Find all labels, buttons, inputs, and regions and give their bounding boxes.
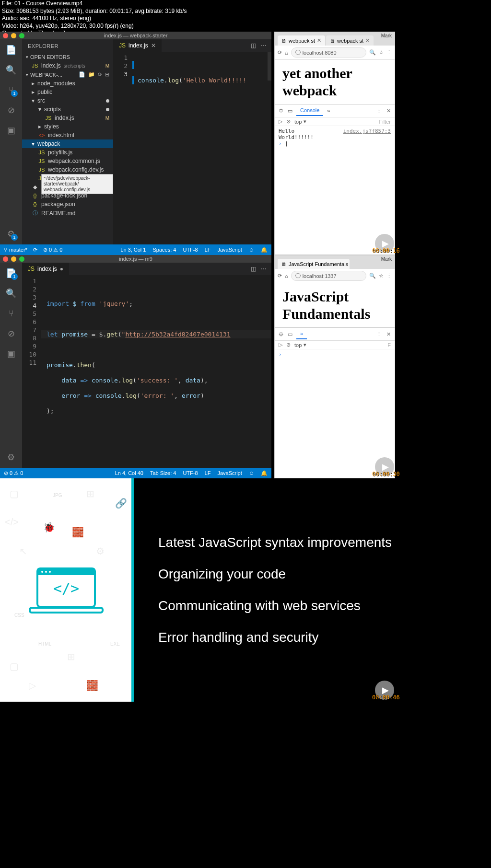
inspect-icon[interactable]: ⯐ xyxy=(279,108,284,114)
console-tab[interactable]: Console xyxy=(296,105,323,116)
file-index-html[interactable]: <>index.html xyxy=(22,131,113,139)
split-icon[interactable]: ◫ xyxy=(251,42,256,49)
file-readme[interactable]: ⓘREADME.md xyxy=(22,208,113,218)
traffic-lights[interactable] xyxy=(3,256,24,262)
workspace-section[interactable]: ▾WEBPACK-... 📄 📁 ⟳ ⊟ xyxy=(22,70,113,79)
more-icon[interactable]: ⋯ xyxy=(261,42,267,49)
search-icon[interactable]: 🔍 xyxy=(5,288,17,299)
extensions-icon[interactable]: ▣ xyxy=(5,125,17,136)
home-icon[interactable]: ⌂ xyxy=(285,50,288,56)
problems-status[interactable]: ⊘ 0 ⚠ 0 xyxy=(43,247,62,253)
more-icon[interactable]: ⋯ xyxy=(261,266,267,272)
new-file-icon[interactable]: 📄 xyxy=(79,71,85,78)
encoding-status[interactable]: UTF-8 xyxy=(183,470,198,476)
folder-public[interactable]: ▸public xyxy=(22,88,113,96)
traffic-lights[interactable] xyxy=(3,33,24,38)
bookmark-badge[interactable]: Mark xyxy=(381,33,392,38)
browser-tab-2[interactable]: 🗎webpack st✕ xyxy=(326,35,374,46)
device-icon[interactable]: ▭ xyxy=(288,331,292,337)
inspect-icon[interactable]: ⯐ xyxy=(279,331,284,337)
collapse-icon[interactable]: ⊟ xyxy=(105,71,109,78)
minimize-window-icon[interactable] xyxy=(11,256,16,262)
new-folder-icon[interactable]: 📁 xyxy=(88,71,95,78)
git-branch-status[interactable]: ⑂ master* xyxy=(4,247,27,253)
unsaved-icon[interactable]: ● xyxy=(60,266,63,272)
play-icon[interactable]: ▷ xyxy=(279,118,282,125)
scope-selector[interactable]: top ▾ xyxy=(294,118,306,125)
feedback-icon[interactable]: ☺ xyxy=(249,247,254,253)
files-icon[interactable]: 📄 xyxy=(5,44,17,56)
code-editor[interactable]: 123 console.log('Hello World!!!!! xyxy=(113,52,271,244)
cursor-position[interactable]: Ln 3, Col 1 xyxy=(120,247,146,253)
settings-icon[interactable]: ⋮ xyxy=(376,108,382,114)
zoom-icon[interactable]: 🔍 xyxy=(369,49,376,56)
debug-icon[interactable]: ⊘ xyxy=(5,104,17,116)
file-webpack-prod[interactable]: JSweb ~/dev/jsdev/webpack-starter/webpac… xyxy=(22,174,113,183)
close-icon[interactable]: ✕ xyxy=(365,37,370,44)
bookmark-badge[interactable]: Mark xyxy=(381,256,392,262)
search-icon[interactable]: 🔍 xyxy=(5,64,17,76)
split-icon[interactable]: ◫ xyxy=(251,266,256,272)
star-icon[interactable]: ☆ xyxy=(379,49,384,56)
file-package-json[interactable]: {}package.json xyxy=(22,200,113,208)
folder-styles[interactable]: ▸styles xyxy=(22,122,113,131)
file-webpack-common[interactable]: JSwebpack.common.js xyxy=(22,157,113,165)
debug-icon[interactable]: ⊘ xyxy=(5,328,17,339)
feedback-icon[interactable]: ☺ xyxy=(249,470,254,476)
more-tabs-icon[interactable]: » xyxy=(323,106,334,116)
clear-icon[interactable]: ⊘ xyxy=(286,118,291,125)
reload-icon[interactable]: ⟳ xyxy=(278,273,282,279)
problems-status[interactable]: ⊘ 0 ⚠ 0 xyxy=(4,470,23,476)
git-icon[interactable]: ⑂ xyxy=(5,308,17,319)
close-window-icon[interactable] xyxy=(3,33,8,38)
maximize-window-icon[interactable] xyxy=(19,256,24,262)
indent-status[interactable]: Spaces: 4 xyxy=(152,247,176,253)
close-icon[interactable]: ✕ xyxy=(151,42,156,49)
menu-icon[interactable]: ⋮ xyxy=(386,273,392,279)
encoding-status[interactable]: UTF-8 xyxy=(183,247,198,253)
file-polyfills[interactable]: JSpolyfills.js xyxy=(22,148,113,157)
more-tabs-icon[interactable]: » xyxy=(296,329,307,339)
minimap[interactable] xyxy=(268,52,271,81)
menu-icon[interactable]: ⋮ xyxy=(386,49,392,56)
star-icon[interactable]: ☆ xyxy=(379,273,384,279)
log-source-link[interactable]: index.js?f857:3 xyxy=(343,128,391,140)
code-content[interactable]: import $ from 'jquery'; let promise = $.… xyxy=(41,275,271,468)
close-window-icon[interactable] xyxy=(3,256,8,262)
indent-status[interactable]: Tab Size: 4 xyxy=(150,470,176,476)
close-devtools-icon[interactable]: ✕ xyxy=(386,108,391,114)
bell-icon[interactable]: 🔔 xyxy=(261,470,268,476)
browser-tab-1[interactable]: 🗎JavaScript Fundamentals✕ xyxy=(278,259,350,269)
close-icon[interactable]: ✕ xyxy=(317,37,321,44)
home-icon[interactable]: ⌂ xyxy=(285,273,288,279)
console-prompt[interactable]: › | xyxy=(279,140,391,147)
device-icon[interactable]: ▭ xyxy=(288,108,292,114)
open-editors-section[interactable]: ▾OPEN EDITORS xyxy=(22,53,113,61)
zoom-icon[interactable]: 🔍 xyxy=(369,273,376,279)
folder-scripts[interactable]: ▾scripts xyxy=(22,105,113,114)
url-bar[interactable]: ⓘlocalhost:8080 xyxy=(291,47,366,58)
refresh-icon[interactable]: ⟳ xyxy=(98,71,102,78)
language-status[interactable]: JavaScript xyxy=(217,470,242,476)
browser-tab-1[interactable]: 🗎webpack st✕ xyxy=(278,35,325,46)
filter-input[interactable]: Filter xyxy=(379,119,391,125)
eol-status[interactable]: LF xyxy=(205,247,211,253)
language-status[interactable]: JavaScript xyxy=(217,247,242,253)
maximize-window-icon[interactable] xyxy=(19,33,24,38)
file-webpack-dev[interactable]: JSwebpack.config.dev.js xyxy=(22,165,113,174)
cursor-position[interactable]: Ln 4, Col 40 xyxy=(115,470,143,476)
sync-status[interactable]: ⟳ xyxy=(33,247,37,253)
files-icon[interactable]: 📄1 xyxy=(5,267,17,279)
scope-selector[interactable]: top ▾ xyxy=(294,342,306,348)
settings-icon[interactable]: ⋮ xyxy=(376,331,382,337)
clear-icon[interactable]: ⊘ xyxy=(286,342,291,348)
folder-src[interactable]: ▾src xyxy=(22,96,113,105)
close-devtools-icon[interactable]: ✕ xyxy=(386,331,391,337)
code-editor[interactable]: 1234567891011 import $ from 'jquery'; le… xyxy=(22,275,271,468)
git-icon[interactable]: ⑂1 xyxy=(5,84,17,96)
bell-icon[interactable]: 🔔 xyxy=(261,247,268,253)
tab-index-js[interactable]: JS index.js ✕ xyxy=(113,39,162,52)
console-prompt[interactable]: › xyxy=(279,351,391,358)
url-bar[interactable]: ⓘlocalhost:1337 xyxy=(291,271,366,281)
folder-webpack[interactable]: ▾webpack xyxy=(22,139,113,148)
